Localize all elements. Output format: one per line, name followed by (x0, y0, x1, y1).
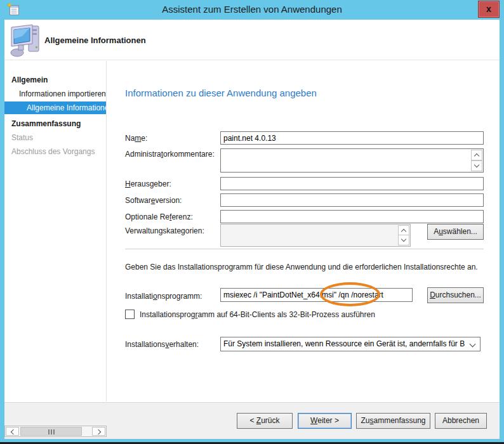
section-divider (125, 249, 484, 249)
wizard-footer: < Zurück Weiter > Zusammenfassung Abbrec… (4, 402, 500, 439)
scroll-right-icon[interactable] (92, 427, 105, 436)
publisher-input[interactable] (220, 177, 484, 190)
wizard-header: Allgemeine Informationen (4, 20, 500, 60)
installer-instruction-text: Geben Sie das Installationsprogramm für … (125, 263, 490, 271)
software-version-input[interactable] (220, 193, 484, 207)
software-version-label: Softwareversion: (125, 196, 182, 205)
run-as-32bit-checkbox[interactable] (125, 310, 135, 319)
name-label: Name: (125, 134, 147, 143)
scroll-down-icon (398, 235, 409, 245)
sidebar-item-zusammenfassung[interactable]: Zusammenfassung (4, 117, 106, 130)
window-body: Allgemeine Informationen Allgemein Infor… (4, 20, 500, 439)
admin-categories-label: Verwaltungskategorien: (125, 226, 204, 235)
wizard-window: ✶ Assistent zum Erstellen von Anwendunge… (0, 0, 504, 444)
sidebar-item-abschluss: Abschluss des Vorgangs (4, 145, 106, 158)
scroll-up-icon[interactable] (471, 150, 482, 160)
install-behavior-label: Installationsverhalten: (125, 340, 199, 349)
name-input[interactable] (220, 131, 484, 145)
page-heading: Informationen zu dieser Anwendung angebe… (125, 88, 317, 98)
window-title: Assistent zum Erstellen von Anwendungen (0, 4, 504, 15)
run-as-32bit-label[interactable]: Installationsprogramm auf 64-Bit-Clients… (140, 310, 375, 319)
cancel-button[interactable]: Abbrechen (435, 413, 487, 429)
select-categories-button[interactable]: Auswählen... (427, 224, 484, 240)
wizard-page-title: Allgemeine Informationen (44, 36, 146, 45)
computer-icon (10, 22, 44, 58)
admin-categories-box (220, 224, 411, 247)
close-button[interactable]: x (478, 1, 500, 18)
sidebar-item-status: Status (4, 131, 106, 144)
publisher-label: Herausgeber: (125, 180, 171, 188)
wizard-steps-sidebar: Allgemein Informationen importieren Allg… (4, 61, 106, 402)
admin-comments-label: Administratorkommentare: (125, 150, 215, 159)
browse-button[interactable]: Durchsuchen... (427, 287, 484, 303)
scroll-down-icon[interactable] (471, 160, 482, 171)
scrollbar-thumb[interactable] (20, 427, 82, 436)
summary-button[interactable]: Zusammenfassung (356, 413, 430, 429)
title-bar: ✶ Assistent zum Erstellen von Anwendunge… (0, 0, 504, 20)
optional-reference-input[interactable] (220, 210, 484, 223)
installer-label: Installationsprogramm: (125, 292, 202, 301)
back-button[interactable]: < Zurück (237, 413, 293, 429)
scroll-left-icon[interactable] (6, 427, 19, 436)
install-behavior-dropdown[interactable]: Für System installieren, wenn Ressource … (220, 337, 481, 351)
next-button[interactable]: Weiter > (298, 413, 352, 429)
sidebar-item-informationen-importieren[interactable]: Informationen importieren (4, 88, 106, 100)
optional-reference-label: Optionale Referenz: (125, 212, 193, 221)
wizard-content: Informationen zu dieser Anwendung angebe… (107, 61, 500, 402)
admin-comments-textarea[interactable] (220, 148, 484, 173)
sidebar-horizontal-scrollbar[interactable] (4, 426, 107, 437)
installer-command-input[interactable] (220, 288, 413, 302)
sidebar-item-allgemein[interactable]: Allgemein (4, 74, 106, 86)
sidebar-item-allgemeine-informationen[interactable]: Allgemeine Informationen (4, 101, 106, 114)
install-behavior-value: Für System installieren, wenn Ressource … (223, 339, 465, 348)
chevron-down-icon (470, 341, 476, 348)
